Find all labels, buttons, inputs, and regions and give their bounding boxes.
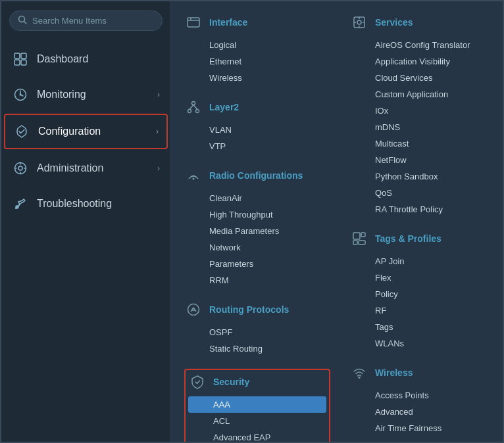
menu-item-ethernet[interactable]: Ethernet xyxy=(184,53,330,70)
security-icon xyxy=(188,373,207,391)
monitoring-icon xyxy=(12,86,29,103)
svg-rect-2 xyxy=(14,53,20,58)
menu-item-rf[interactable]: RF xyxy=(350,302,496,319)
menu-item-logical[interactable]: Logical xyxy=(184,37,330,53)
svg-point-18 xyxy=(192,102,195,105)
section-layer2-header: Layer2 xyxy=(184,98,330,116)
menu-item-policy[interactable]: Policy xyxy=(350,286,496,302)
menu-item-app-visibility[interactable]: Application Visibility xyxy=(350,53,496,70)
menu-item-cloud-services[interactable]: Cloud Services xyxy=(350,70,496,86)
menu-item-advanced[interactable]: Advanced xyxy=(350,404,496,420)
radio-icon xyxy=(184,166,203,185)
menu-item-multicast[interactable]: Multicast xyxy=(350,135,496,152)
menu-item-advanced-eap[interactable]: Advanced EAP xyxy=(188,429,326,442)
left-menu-column: Interface Logical Ethernet Wireless Lay xyxy=(171,1,337,442)
section-interface-title: Interface xyxy=(209,17,247,28)
menu-item-vlan[interactable]: VLAN xyxy=(184,122,330,138)
svg-line-21 xyxy=(189,105,193,110)
menu-item-static-routing[interactable]: Static Routing xyxy=(184,340,330,357)
menu-item-access-points[interactable]: Access Points xyxy=(350,387,496,404)
menu-item-aireos-config[interactable]: AireOS Config Translator xyxy=(350,37,496,53)
menu-item-python-sandbox[interactable]: Python Sandbox xyxy=(350,168,496,185)
svg-rect-5 xyxy=(21,60,26,65)
menu-item-media-parameters[interactable]: Media Parameters xyxy=(184,223,330,239)
menu-item-ra-throttle[interactable]: RA Throttle Policy xyxy=(350,201,496,218)
sidebar-item-monitoring[interactable]: Monitoring › xyxy=(1,77,170,112)
configuration-icon xyxy=(13,123,30,140)
menu-item-wireless[interactable]: Wireless xyxy=(184,70,330,86)
section-routing: Routing Protocols OSPF Static Routing xyxy=(184,300,330,357)
sidebar-item-administration[interactable]: Administration › xyxy=(1,151,170,186)
administration-label: Administration xyxy=(37,162,149,174)
section-interface-header: Interface xyxy=(184,13,330,32)
section-routing-title: Routing Protocols xyxy=(209,304,289,315)
wireless-icon xyxy=(350,363,368,382)
search-box[interactable] xyxy=(9,11,163,31)
right-menu-column: Services AireOS Config Translator Applic… xyxy=(337,1,503,442)
search-icon xyxy=(18,15,27,26)
sidebar-item-dashboard[interactable]: Dashboard xyxy=(1,41,170,77)
svg-point-19 xyxy=(188,110,191,113)
svg-point-20 xyxy=(196,110,199,113)
menu-item-tags[interactable]: Tags xyxy=(350,319,496,335)
administration-icon xyxy=(12,160,29,177)
menu-item-iox[interactable]: IOx xyxy=(350,103,496,119)
section-layer2: Layer2 VLAN VTP xyxy=(184,98,330,154)
section-services: Services AireOS Config Translator Applic… xyxy=(350,13,496,218)
sidebar-item-troubleshooting[interactable]: Troubleshooting xyxy=(1,186,170,222)
svg-point-23 xyxy=(193,178,195,180)
dashboard-icon xyxy=(12,51,29,68)
svg-point-7 xyxy=(20,94,22,96)
svg-point-24 xyxy=(188,304,199,315)
menu-item-network[interactable]: Network xyxy=(184,239,330,256)
section-interface: Interface Logical Ethernet Wireless xyxy=(184,13,330,86)
svg-rect-4 xyxy=(14,60,20,65)
routing-icon xyxy=(184,300,203,319)
svg-point-9 xyxy=(18,166,22,170)
monitoring-label: Monitoring xyxy=(37,89,149,101)
section-radio-header: Radio Configurations xyxy=(184,166,330,185)
section-radio: Radio Configurations CleanAir High Throu… xyxy=(184,166,330,289)
menu-item-aaa[interactable]: AAA xyxy=(188,396,326,413)
services-icon xyxy=(350,13,368,32)
menu-item-air-time[interactable]: Air Time Fairness xyxy=(350,420,496,436)
section-tags-header: Tags & Profiles xyxy=(350,229,496,248)
menu-item-ospf[interactable]: OSPF xyxy=(184,324,330,340)
configuration-label: Configuration xyxy=(38,126,148,137)
main-content: Interface Logical Ethernet Wireless Lay xyxy=(171,1,503,442)
menu-item-wlans[interactable]: WLANs xyxy=(350,335,496,352)
menu-item-vtp[interactable]: VTP xyxy=(184,138,330,154)
svg-rect-3 xyxy=(21,53,26,58)
section-wireless-title: Wireless xyxy=(375,367,413,378)
section-services-header: Services xyxy=(350,13,496,32)
svg-rect-34 xyxy=(359,241,365,245)
menu-item-rrm[interactable]: RRM xyxy=(184,272,330,289)
menu-item-cleanair[interactable]: CleanAir xyxy=(184,190,330,206)
svg-point-35 xyxy=(359,377,361,379)
menu-item-acl[interactable]: ACL xyxy=(188,413,326,429)
svg-line-1 xyxy=(24,22,27,24)
configuration-chevron: › xyxy=(156,127,159,136)
svg-rect-32 xyxy=(361,233,365,237)
menu-item-netflow[interactable]: NetFlow xyxy=(350,152,496,168)
svg-rect-33 xyxy=(353,241,357,245)
monitoring-chevron: › xyxy=(157,90,160,99)
menu-item-parameters[interactable]: Parameters xyxy=(184,256,330,272)
menu-item-mdns[interactable]: mDNS xyxy=(350,119,496,135)
search-input[interactable] xyxy=(32,16,154,26)
section-security: Security AAA ACL Advanced EAP PKI Manage… xyxy=(184,369,330,442)
menu-item-flex[interactable]: Flex xyxy=(350,269,496,286)
interface-icon xyxy=(184,13,203,32)
dashboard-label: Dashboard xyxy=(37,53,160,65)
troubleshooting-label: Troubleshooting xyxy=(37,198,160,210)
menu-item-high-throughput[interactable]: High Throughput xyxy=(184,206,330,223)
section-security-header: Security xyxy=(188,373,326,391)
section-wireless: Wireless Access Points Advanced Air Time… xyxy=(350,363,496,436)
section-radio-title: Radio Configurations xyxy=(209,170,303,181)
menu-item-qos[interactable]: QoS xyxy=(350,185,496,201)
sidebar-item-configuration[interactable]: Configuration › xyxy=(4,114,168,149)
troubleshooting-icon xyxy=(12,195,29,212)
menu-item-ap-join[interactable]: AP Join xyxy=(350,253,496,269)
menu-item-custom-app[interactable]: Custom Application xyxy=(350,86,496,103)
section-layer2-title: Layer2 xyxy=(209,102,239,112)
